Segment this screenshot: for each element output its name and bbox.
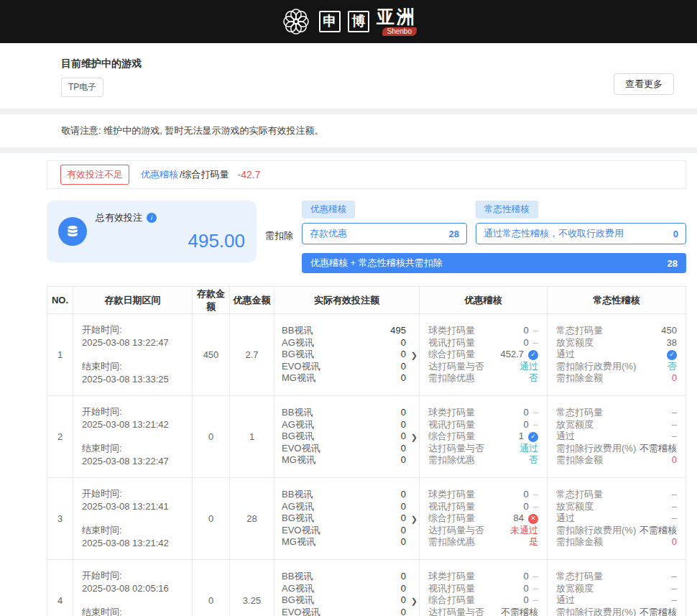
coins-icon — [58, 217, 87, 246]
audit-line: 球类打码量0– — [428, 325, 538, 337]
flower-logo-icon — [280, 6, 312, 37]
end-time-label: 结束时间: — [82, 442, 183, 455]
start-time-label: 开始时间: — [82, 569, 183, 582]
cross-icon: ✕ — [528, 514, 538, 524]
regular-deduct-field: 通过常态性稽核，不收取行政费用 0 — [476, 223, 686, 244]
audit-line: 需扣除金额0 — [556, 454, 677, 466]
date-range-cell: 开始时间:2025-03-08 13:21:42结束时间:2025-03-08 … — [73, 396, 193, 478]
bonus-amount: 28 — [230, 478, 274, 560]
date-range-cell: 开始时间:2025-03-08 13:21:41结束时间:2025-03-08 … — [73, 478, 193, 560]
bet-platform-label: MG视讯 — [282, 372, 315, 385]
promo-audit-link[interactable]: 优惠稽核 — [141, 168, 178, 181]
audit-label: 需扣除行政费用(%) — [556, 525, 636, 537]
bet-line: AG视讯0 — [282, 501, 412, 513]
audit-label: 需扣除行政费用(%) — [556, 607, 636, 616]
audit-value-text: – — [672, 583, 677, 595]
audit-value: 1✓ — [519, 431, 538, 443]
check-icon: ✓ — [528, 350, 538, 360]
game-tag: TP电子 — [61, 78, 103, 97]
bet-platform-label: AG视讯 — [282, 583, 314, 595]
audit-value: 不需稽核 — [640, 525, 677, 537]
bet-platform-label: BG视讯 — [282, 349, 314, 361]
bonus-amount: 3.25 — [230, 560, 274, 616]
audit-label: 放宽额度 — [556, 337, 594, 349]
bet-amount: 0 — [401, 337, 406, 349]
expand-chevron-icon[interactable]: ❯ — [411, 432, 417, 441]
expand-chevron-icon[interactable]: ❯ — [411, 514, 417, 523]
audit-value: 0– — [524, 407, 538, 419]
bet-platform-label: MG视讯 — [282, 454, 315, 466]
audit-value-text: 0 — [672, 536, 677, 548]
dash-mark: – — [533, 337, 538, 349]
bet-amount: 0 — [401, 607, 406, 616]
promo-audit-tab[interactable]: 优惠稽核 — [302, 201, 355, 219]
audit-label: 需扣除金额 — [556, 454, 603, 466]
audit-line: 综合打码量0– — [428, 594, 538, 607]
bet-amount: 0 — [401, 443, 406, 455]
audit-value-text: – — [672, 419, 677, 431]
start-time-label: 开始时间: — [82, 323, 183, 336]
bet-platform-label: EVO视讯 — [282, 607, 320, 616]
audit-line: 达打码量与否未通过 — [428, 525, 538, 537]
audit-value: 0 — [672, 454, 677, 466]
audit-label: 通过 — [556, 512, 575, 525]
bet-amount: 0 — [401, 536, 406, 548]
main-content: 有效投注不足 优惠稽核 /综合打码量 -42.7 总有效投注 i 495.00 — [0, 153, 697, 616]
promo-audit-cell: 球类打码量0–视讯打码量0–综合打码量1✓达打码量与否通过需扣除优惠否 — [420, 396, 548, 478]
audit-label: 球类打码量 — [428, 571, 475, 583]
dash-mark: – — [533, 501, 538, 513]
logo-english-text: Shenbo — [382, 27, 417, 36]
audit-value-text: 0 — [524, 325, 529, 337]
expand-chevron-icon[interactable]: ❯ — [411, 596, 417, 605]
view-more-button[interactable]: 查看更多 — [614, 73, 674, 95]
audit-value-text: 是 — [529, 536, 538, 548]
audit-label: 常态打码量 — [556, 407, 603, 419]
audit-value-text: 0 — [524, 571, 529, 583]
audit-value: 38 — [667, 337, 677, 349]
audit-line: 放宽额度38 — [556, 337, 677, 349]
bet-platform-label: EVO视讯 — [282, 525, 320, 537]
total-deduct-label: 优惠稽核 + 常态性稽核共需扣除 — [310, 257, 443, 270]
audit-label: 通过 — [556, 349, 575, 361]
expand-chevron-icon[interactable]: ❯ — [411, 350, 417, 359]
regular-audit-tab[interactable]: 常态性稽核 — [476, 201, 538, 219]
audit-line: 常态打码量– — [556, 489, 677, 501]
total-info: 总有效投注 i 495.00 — [96, 211, 245, 252]
audit-value: 0– — [524, 571, 538, 583]
promo-deduct-field: 存款优惠 28 — [302, 223, 467, 244]
audit-line: 通过– — [556, 431, 677, 443]
check-icon: ✓ — [667, 350, 677, 360]
audit-label: 综合打码量 — [428, 512, 475, 525]
bet-platform-label: AG视讯 — [282, 419, 314, 431]
bet-line: EVO视讯0 — [282, 525, 412, 537]
audit-value: 0– — [524, 489, 538, 501]
end-time-value: 2025-03-08 13:21:42 — [82, 537, 183, 550]
audit-value: 通过 — [520, 361, 538, 373]
audit-value-text: 450 — [661, 325, 677, 337]
promo-field-label: 存款优惠 — [310, 227, 347, 240]
bet-line: MG视讯0 — [282, 372, 412, 385]
audit-label: 球类打码量 — [428, 407, 475, 419]
dash-mark: – — [533, 325, 538, 337]
bet-line: MG视讯0 — [282, 454, 412, 466]
audit-value-text: 0 — [524, 407, 529, 419]
summary-section: 总有效投注 i 495.00 需扣除 优惠稽核 存款优惠 28 常态性稽核 — [47, 201, 686, 273]
promo-audit-column: 优惠稽核 存款优惠 28 — [302, 201, 467, 244]
bet-platform-label: MG视讯 — [282, 536, 315, 548]
bet-platform-label: BG视讯 — [282, 594, 314, 607]
date-range-cell: 开始时间:2025-03-08 13:22:47结束时间:2025-03-08 … — [73, 314, 193, 396]
end-time-group: 结束时间:2025-03-08 13:21:42 — [82, 524, 183, 550]
bet-amount: 0 — [401, 407, 406, 419]
bet-platform-label: EVO视讯 — [282, 361, 320, 373]
audit-label: 常态打码量 — [556, 571, 603, 583]
audit-table: NO.存款日期区间存款金额优惠金额实际有效投注额优惠稽核常态性稽核 1开始时间:… — [47, 286, 686, 616]
audit-value: 0 — [672, 372, 677, 385]
audit-label: 通过 — [556, 431, 575, 443]
info-icon[interactable]: i — [147, 213, 157, 223]
dash-mark: – — [533, 571, 538, 583]
column-header: NO. — [47, 287, 73, 314]
audit-value-text: 0 — [524, 583, 529, 595]
audit-value-text: 不需稽核 — [640, 607, 677, 616]
deposit-amount: 0 — [193, 478, 230, 560]
audit-line: 需扣除行政费用(%)不需稽核 — [556, 443, 677, 455]
